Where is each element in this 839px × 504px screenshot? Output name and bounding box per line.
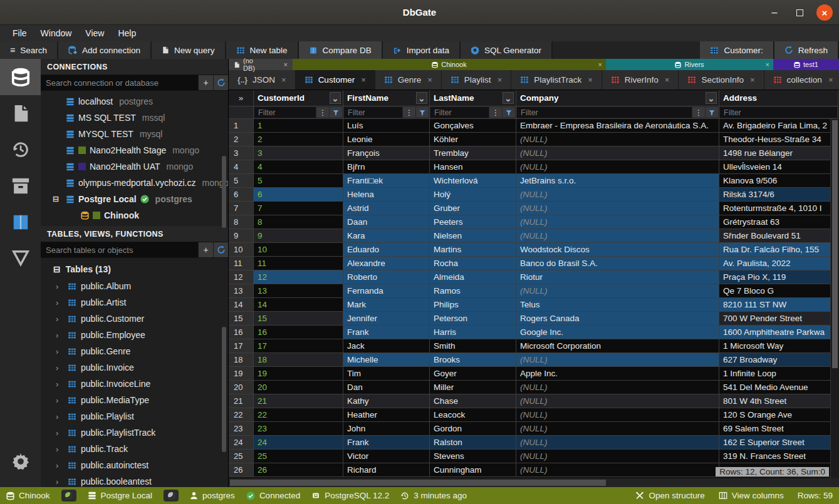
status-postgresql-12-2[interactable]: PostgreSQL 12.2 <box>311 491 389 500</box>
rail-triangle[interactable] <box>0 240 41 277</box>
cell-customerid[interactable]: 22 <box>254 408 343 422</box>
cell-firstname[interactable]: Helena <box>343 188 430 202</box>
new-table-button[interactable]: New table <box>226 41 299 59</box>
row-number[interactable]: 1 <box>229 119 254 133</box>
collapse-icon[interactable]: ⊟ <box>53 264 61 274</box>
cell-customerid[interactable]: 25 <box>254 450 343 463</box>
table-item[interactable]: ›public.booleantest <box>41 473 228 487</box>
cell-address[interactable]: Rilská 3174/6 <box>719 188 838 202</box>
cell-firstname[interactable]: Tim <box>343 367 430 381</box>
cell-customerid[interactable]: 2 <box>254 133 343 147</box>
cell-company[interactable]: Banco do Brasil S.A. <box>516 257 719 270</box>
menu-help[interactable]: Help <box>112 27 142 39</box>
rail-archive[interactable] <box>0 168 41 204</box>
cell-firstname[interactable]: Fernanda <box>343 284 430 298</box>
cell-address[interactable]: Theodor-Heuss-Straße 34 <box>719 133 838 147</box>
cell-firstname[interactable]: Heather <box>343 408 430 422</box>
close-button[interactable]: × <box>816 4 833 21</box>
search-button[interactable]: ≡Search <box>0 41 58 59</box>
chevron-right-icon[interactable]: › <box>56 314 63 324</box>
cell-customerid[interactable]: 15 <box>254 312 343 326</box>
tables-search-refresh-button[interactable] <box>213 242 228 257</box>
cell-firstname[interactable]: Richard <box>343 463 430 477</box>
cell-company[interactable]: JetBrains s.r.o. <box>516 174 719 188</box>
sidebar-scrollbar[interactable] <box>222 156 226 228</box>
chevron-right-icon[interactable]: › <box>56 477 63 486</box>
filter-funnel-button[interactable] <box>416 107 429 118</box>
customer-button[interactable]: Customer: <box>700 41 774 59</box>
cell-address[interactable]: Praça Pio X, 119 <box>719 270 838 284</box>
connection-item[interactable]: localhostpostgres <box>41 93 228 110</box>
tables-search-add-button[interactable]: + <box>198 242 213 257</box>
tab-sectioninfo[interactable]: SectionInfo× <box>679 70 764 90</box>
status-color-badge[interactable] <box>164 490 179 501</box>
cell-address[interactable]: Rua Dr. Falcăo Filho, 155 <box>719 243 838 257</box>
row-number[interactable]: 15 <box>229 312 254 326</box>
status-open-structure[interactable]: Open structure <box>635 491 704 500</box>
grid-vertical-scrollbar[interactable] <box>830 119 839 478</box>
cell-customerid[interactable]: 3 <box>254 147 343 160</box>
cell-lastname[interactable]: Wichterlová <box>430 174 516 188</box>
close-icon[interactable]: × <box>498 75 503 85</box>
cell-customerid[interactable]: 17 <box>254 339 343 353</box>
cell-company[interactable]: Apple Inc. <box>516 367 719 381</box>
tab-collection[interactable]: collection× <box>764 70 839 90</box>
cell-lastname[interactable]: Almeida <box>430 270 516 284</box>
row-number[interactable]: 9 <box>229 229 254 243</box>
cell-customerid[interactable]: 1 <box>254 119 343 133</box>
cell-firstname[interactable]: Astrid <box>343 202 430 215</box>
cell-customerid[interactable]: 4 <box>254 160 343 174</box>
status-3-minutes-ago[interactable]: 3 minutes ago <box>400 491 467 500</box>
cell-company[interactable]: (NULL) <box>516 202 719 215</box>
close-icon[interactable]: × <box>665 75 670 85</box>
tab-json[interactable]: {..}JSON× <box>229 70 296 90</box>
cell-lastname[interactable]: Cunningham <box>430 463 516 477</box>
cell-lastname[interactable]: Gruber <box>430 202 516 215</box>
connections-search-add-button[interactable]: + <box>198 75 213 90</box>
cell-customerid[interactable]: 20 <box>254 381 343 394</box>
row-number[interactable]: 2 <box>229 133 254 147</box>
cell-company[interactable]: (NULL) <box>516 463 719 477</box>
tab-genre[interactable]: Genre× <box>375 70 442 90</box>
grid-corner-expand[interactable]: » <box>229 90 254 106</box>
cell-firstname[interactable]: François <box>343 147 430 160</box>
cell-firstname[interactable]: Kara <box>343 229 430 243</box>
row-number[interactable]: 18 <box>229 353 254 367</box>
cell-address[interactable]: Rotenturmstraße 4, 1010 I <box>719 202 838 215</box>
cell-company[interactable]: (NULL) <box>516 408 719 422</box>
dbtab-Chinook[interactable]: Chinook× <box>293 59 606 70</box>
chevron-right-icon[interactable]: › <box>56 363 63 373</box>
cell-firstname[interactable]: Daan <box>343 215 430 229</box>
close-icon[interactable]: × <box>750 75 755 85</box>
column-header-lastname[interactable]: LastName⌄ <box>430 90 516 106</box>
connections-search-refresh-button[interactable] <box>213 75 228 90</box>
cell-company[interactable]: (NULL) <box>516 394 719 408</box>
cell-lastname[interactable]: Gordon <box>430 422 516 436</box>
column-dropdown-button[interactable]: ⌄ <box>416 92 427 104</box>
table-item[interactable]: ›public.Genre <box>41 343 228 359</box>
cell-address[interactable]: 8210 111 ST NW <box>719 298 838 312</box>
close-icon[interactable]: × <box>427 75 432 85</box>
cell-company[interactable]: Telus <box>516 298 719 312</box>
column-header-customerid[interactable]: CustomerId⌄ <box>254 90 343 106</box>
cell-address[interactable]: Av. Paulista, 2022 <box>719 257 838 270</box>
dbtab-Rivers[interactable]: Rivers× <box>606 59 773 70</box>
expand-icon[interactable]: ⊟ <box>50 195 62 203</box>
cell-address[interactable]: 69 Salem Street <box>719 422 838 436</box>
row-number[interactable]: 24 <box>229 436 254 450</box>
cell-firstname[interactable]: Franti□ek <box>343 174 430 188</box>
cell-address[interactable]: Qe 7 Bloco G <box>719 284 838 298</box>
cell-firstname[interactable]: Jack <box>343 339 430 353</box>
close-icon[interactable]: × <box>766 61 769 68</box>
cell-company[interactable]: (NULL) <box>516 381 719 394</box>
cell-customerid[interactable]: 19 <box>254 367 343 381</box>
cell-customerid[interactable]: 11 <box>254 257 343 270</box>
cell-firstname[interactable]: Eduardo <box>343 243 430 257</box>
cell-firstname[interactable]: John <box>343 422 430 436</box>
cell-company[interactable]: (NULL) <box>516 188 719 202</box>
cell-firstname[interactable]: Mark <box>343 298 430 312</box>
sidebar-scrollbar[interactable] <box>222 327 226 452</box>
row-number[interactable]: 22 <box>229 408 254 422</box>
row-number[interactable]: 7 <box>229 202 254 215</box>
cell-address[interactable]: 319 N. Frances Street <box>719 450 838 463</box>
